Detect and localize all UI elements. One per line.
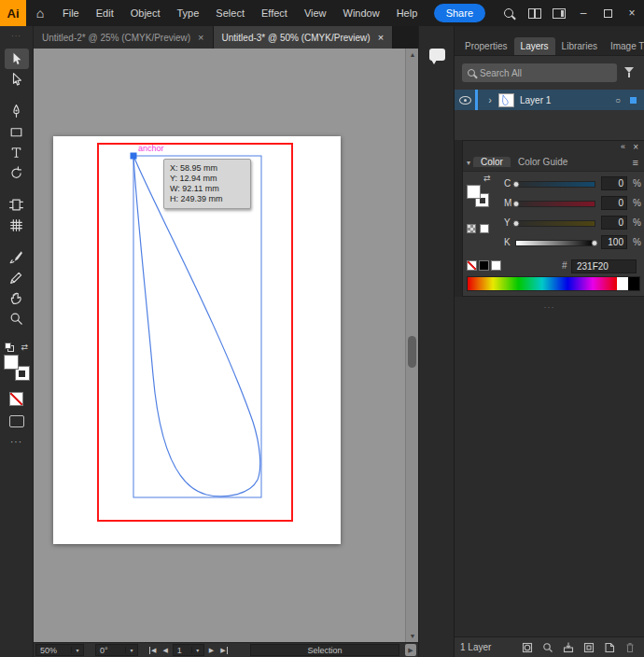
white-swatch[interactable] [491,260,501,271]
spectrum-black[interactable] [628,277,639,290]
collapse-panel-icon[interactable]: « [621,141,625,153]
screen-mode-button[interactable] [9,415,24,427]
last-color-swatch[interactable] [480,224,489,233]
canvas-surface[interactable]: anchor X: 58.95 mm Y: 12.94 mm W: 92.11 … [34,49,405,642]
swap-fill-stroke-icon[interactable]: ⇄ [483,174,491,183]
scroll-down-icon[interactable]: ▼ [406,630,419,642]
slider-track-y[interactable] [515,220,595,227]
artboard-caret-icon[interactable]: ▾ [191,647,203,653]
slider-track-m[interactable] [515,201,595,207]
rotation-control[interactable]: 0° ▾ [95,644,138,656]
scroll-right-icon[interactable]: ▶ [405,644,416,656]
pen-tool[interactable] [5,101,29,121]
edit-toolbar-button[interactable]: ··· [0,437,33,447]
spectrum-rainbow[interactable] [468,277,617,290]
share-button[interactable]: Share [434,4,485,22]
black-swatch[interactable] [479,260,489,271]
restore-button[interactable] [595,0,620,26]
slider-value-c[interactable]: 0 [601,176,627,190]
swap-fill-stroke-icon[interactable]: ⇄ [21,342,28,352]
slider-thumb-m[interactable] [513,201,520,207]
target-circle-icon[interactable]: ○ [615,95,621,105]
chevron-down-icon[interactable]: ▾ [465,159,473,171]
mesh-tool[interactable] [5,215,29,235]
artboard-number-control[interactable]: 1 ▾ [173,644,204,656]
paintbrush-tool[interactable] [5,246,29,267]
slider-track-k[interactable] [515,240,595,246]
menu-select[interactable]: Select [207,0,253,26]
delete-layer-icon[interactable] [623,641,637,654]
dock-tab-layers[interactable]: Layers [514,37,555,55]
comments-panel-icon[interactable] [429,49,445,61]
locate-object-icon[interactable] [541,641,554,654]
dock-tab-properties[interactable]: Properties [458,37,514,55]
minimize-button[interactable]: – [571,0,595,26]
selection-tool[interactable] [5,49,29,69]
selection-indicator[interactable] [630,97,637,104]
illustrator-logo[interactable]: Ai [0,0,26,26]
workspace-switcher-icon[interactable] [553,8,566,19]
color-panel-tab-color-guide[interactable]: Color Guide [511,157,575,167]
fill-swatch[interactable] [467,185,481,199]
pattern-swatch-icon[interactable] [467,224,476,233]
layer-name[interactable]: Layer 1 [520,95,615,105]
tab-close-icon[interactable]: × [198,32,203,43]
panel-resize-grip[interactable]: ··· [455,297,644,312]
arrange-documents-icon[interactable] [528,8,541,19]
dock-tab-libraries[interactable]: Libraries [555,37,604,55]
zoom-tool[interactable] [5,308,29,328]
slider-thumb-c[interactable] [513,181,520,188]
rectangle-tool[interactable] [5,121,29,142]
vertical-scroll-thumb[interactable] [408,336,416,368]
hand-tool[interactable] [5,287,29,308]
slider-value-m[interactable]: 0 [601,196,627,210]
menu-object[interactable]: Object [122,0,169,26]
dock-tab-image-tra[interactable]: Image Tra [604,37,644,55]
zoom-control[interactable]: 50% ▾ [35,644,84,656]
document-tab-1[interactable]: Untitled-2* @ 25% (CMYK/Preview)× [34,26,214,49]
document-tab-2[interactable]: Untitled-3* @ 50% (CMYK/Preview)× [214,26,394,49]
artboard-tool[interactable] [5,194,29,215]
menu-file[interactable]: File [54,0,88,26]
spectrum-white[interactable] [617,277,628,290]
none-color-button[interactable] [9,392,23,406]
none-swatch[interactable] [467,260,477,271]
default-fill-stroke-icon[interactable] [5,342,14,352]
menu-edit[interactable]: Edit [88,0,122,26]
next-artboard-icon[interactable]: ▶ [207,647,216,654]
menu-help[interactable]: Help [388,0,427,26]
collect-for-export-icon[interactable] [562,641,575,654]
menu-effect[interactable]: Effect [253,0,296,26]
pencil-tool[interactable] [5,267,29,287]
rotate-tool[interactable] [5,162,29,183]
make-clipping-mask-icon[interactable] [521,641,534,654]
expand-layer-icon[interactable]: › [483,94,497,105]
slider-value-k[interactable]: 100 [601,235,627,249]
new-layer-icon[interactable] [603,641,616,654]
slider-thumb-k[interactable] [592,240,598,246]
visibility-cell[interactable] [455,96,475,105]
layers-search-box[interactable] [462,63,617,82]
fill-swatch[interactable] [4,355,19,370]
layers-search-input[interactable] [480,68,592,78]
rotation-caret-icon[interactable]: ▾ [125,647,137,653]
slider-track-c[interactable] [515,181,595,188]
menu-type[interactable]: Type [169,0,208,26]
scroll-up-icon[interactable]: ▲ [406,49,419,61]
tab-close-icon[interactable]: × [378,32,384,43]
type-tool[interactable] [5,142,29,162]
hex-value-field[interactable]: 231F20 [571,259,637,273]
last-artboard-icon[interactable]: ▶ [218,647,227,654]
search-icon[interactable] [504,8,513,18]
panel-menu-icon[interactable]: ≡ [633,157,638,168]
layer-row[interactable]: ›Layer 1○ [455,90,644,110]
menu-window[interactable]: Window [335,0,388,26]
previous-artboard-icon[interactable]: ◀ [161,647,169,654]
layer-thumbnail[interactable] [498,93,514,107]
new-sublayer-icon[interactable] [582,641,595,654]
first-artboard-icon[interactable]: ◀ [149,647,158,654]
zoom-caret-icon[interactable]: ▾ [71,647,83,653]
direct-selection-tool[interactable] [5,69,29,90]
slider-thumb-y[interactable] [513,220,520,227]
toolbar-grip[interactable]: ··· [0,26,33,45]
